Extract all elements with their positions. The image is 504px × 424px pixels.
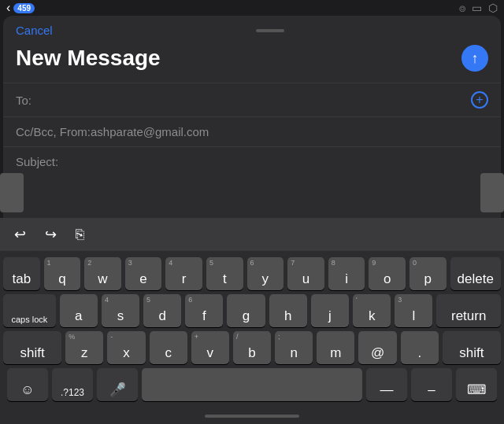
- key-b[interactable]: / b: [233, 331, 271, 364]
- key-d[interactable]: 5 d: [143, 294, 181, 327]
- capslock-key-label: caps lock: [11, 315, 47, 324]
- key-q[interactable]: 1 q: [44, 257, 81, 290]
- key-row-1: tab 1 q 2 w 3 e 4 r 5 t 6: [3, 257, 501, 290]
- key-g[interactable]: g: [227, 294, 265, 327]
- key-y[interactable]: 6 y: [247, 257, 284, 290]
- back-navigation[interactable]: ‹ 459: [6, 1, 35, 15]
- key-m[interactable]: m: [317, 331, 354, 364]
- scroll-handle-left: [0, 173, 24, 212]
- to-field-row: To: +: [3, 83, 501, 116]
- ccbcc-label: Cc/Bcc, From:: [16, 125, 91, 138]
- badge-count: 459: [13, 3, 35, 13]
- shift-right-key[interactable]: shift: [443, 331, 501, 364]
- send-icon: ↑: [472, 50, 479, 67]
- key-s[interactable]: 4 s: [102, 294, 139, 327]
- compose-topbar: Cancel: [3, 16, 501, 42]
- key-w[interactable]: 2 w: [84, 257, 121, 290]
- tab-key-label: tab: [12, 272, 31, 287]
- space-key[interactable]: [142, 368, 362, 401]
- keyboard-dismiss-key[interactable]: ⌨: [456, 368, 497, 401]
- key-c[interactable]: c: [150, 331, 187, 364]
- compose-title: New Message: [16, 46, 161, 71]
- key-a[interactable]: a: [60, 294, 98, 327]
- paste-button[interactable]: ⎘: [71, 223, 89, 246]
- key-row-3: shift % z - x c + v / b ; n: [3, 331, 501, 364]
- emdash-key[interactable]: —: [366, 368, 407, 401]
- keyboard-dismiss-label: ⌨: [467, 383, 487, 398]
- to-label: To:: [16, 94, 55, 107]
- compose-body[interactable]: [3, 176, 501, 223]
- key-period[interactable]: .: [401, 331, 439, 364]
- key-x[interactable]: - x: [107, 331, 145, 364]
- home-indicator-bar: [0, 408, 504, 424]
- mic-key-label: 🎤: [109, 383, 126, 398]
- keyboard-rows: tab 1 q 2 w 3 e 4 r 5 t 6: [0, 251, 504, 408]
- subject-input[interactable]: [58, 155, 488, 168]
- key-p[interactable]: 0 p: [410, 257, 447, 290]
- key-f[interactable]: 6 f: [185, 294, 223, 327]
- key-n[interactable]: ; n: [275, 331, 313, 364]
- keyboard: ↩ ↪ ⎘ tab 1 q 2 w 3 e 4 r: [0, 218, 504, 424]
- back-arrow-icon: ‹: [6, 1, 10, 15]
- key-r[interactable]: 4 r: [165, 257, 202, 290]
- subject-field-row: Subject:: [3, 146, 501, 176]
- mic-key[interactable]: 🎤: [97, 368, 138, 401]
- key-v[interactable]: + v: [191, 331, 229, 364]
- subject-label: Subject:: [16, 155, 58, 168]
- numbers-key-label: .?123: [61, 388, 84, 398]
- shift-left-label: shift: [20, 346, 44, 361]
- numbers-key[interactable]: .?123: [52, 368, 93, 401]
- undo-button[interactable]: ↩: [9, 223, 31, 246]
- add-recipient-button[interactable]: +: [471, 91, 488, 109]
- capslock-key[interactable]: caps lock: [3, 294, 56, 327]
- return-key-label: return: [451, 309, 486, 324]
- send-button[interactable]: ↑: [461, 45, 488, 72]
- home-indicator: [205, 415, 299, 418]
- key-j[interactable]: j: [311, 294, 349, 327]
- emdash-label: —: [380, 383, 394, 398]
- key-e[interactable]: 3 e: [125, 257, 162, 290]
- scroll-handle-right: [480, 173, 504, 212]
- redo-button[interactable]: ↪: [40, 223, 61, 246]
- key-o[interactable]: 9 o: [369, 257, 406, 290]
- delete-key[interactable]: delete: [450, 257, 502, 290]
- key-row-2: caps lock a 4 s 5 d 6 f g h: [3, 294, 501, 327]
- cancel-button[interactable]: Cancel: [16, 24, 53, 37]
- tab-key[interactable]: tab: [3, 257, 40, 290]
- return-key[interactable]: return: [436, 294, 501, 327]
- compose-title-row: New Message ↑: [3, 42, 501, 83]
- shift-left-key[interactable]: shift: [3, 331, 61, 364]
- key-row-4: ☺ .?123 🎤 — – ⌨: [3, 368, 501, 401]
- to-input[interactable]: [55, 94, 471, 107]
- emoji-key[interactable]: ☺: [7, 368, 48, 401]
- keyboard-toolbar: ↩ ↪ ⎘: [0, 218, 504, 251]
- ccbcc-field-row: Cc/Bcc, From: ashparate@gmail.com: [3, 116, 501, 146]
- from-email: ashparate@gmail.com: [91, 125, 209, 138]
- key-k[interactable]: ' k: [353, 294, 391, 327]
- key-h[interactable]: h: [269, 294, 307, 327]
- key-z[interactable]: % z: [65, 331, 103, 364]
- compose-panel: Cancel New Message ↑ To: + Cc/Bcc, From:…: [3, 16, 501, 223]
- key-u[interactable]: 7 u: [287, 257, 324, 290]
- key-i[interactable]: 8 i: [328, 257, 365, 290]
- status-bar: ‹ 459 ⌾ ▭ ⬡: [0, 0, 504, 16]
- endash-label: –: [428, 383, 435, 398]
- delete-key-label: delete: [458, 272, 494, 287]
- status-bar-right: ⌾ ▭ ⬡: [459, 2, 498, 14]
- key-t[interactable]: 5 t: [206, 257, 243, 290]
- drag-handle: [256, 29, 284, 32]
- key-at[interactable]: @: [358, 331, 396, 364]
- emoji-key-label: ☺: [20, 383, 34, 398]
- signal-icon: ▭: [472, 2, 482, 14]
- wifi-icon: ⌾: [459, 2, 465, 14]
- shift-right-label: shift: [459, 346, 484, 361]
- endash-key[interactable]: –: [411, 368, 452, 401]
- compose-icon: ⬡: [488, 2, 498, 14]
- key-l[interactable]: 3 l: [395, 294, 432, 327]
